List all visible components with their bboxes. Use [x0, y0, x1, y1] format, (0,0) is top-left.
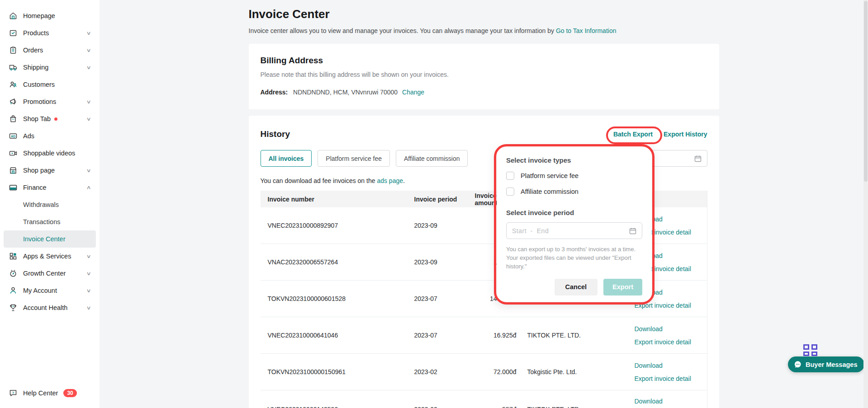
checkbox-label: Platform service fee: [521, 172, 579, 179]
chevron-down-icon: ∨: [86, 116, 91, 122]
invoice-period: 2023-02: [407, 368, 475, 375]
trophy-icon: [9, 304, 17, 312]
export-invoice-detail-link[interactable]: Export invoice detail: [635, 375, 707, 382]
sidebar-item-account-health[interactable]: Account Health ∨: [0, 299, 100, 316]
export-invoice-detail-link[interactable]: Export invoice detail: [635, 302, 707, 309]
page-subtitle: Invoice center allows you to view and ma…: [249, 27, 719, 34]
sidebar-item-label: Shop Tab: [23, 115, 51, 122]
orders-icon: [9, 46, 17, 54]
export-button[interactable]: Export: [603, 279, 642, 295]
calendar-icon[interactable]: [629, 227, 636, 234]
notification-dot: [54, 117, 57, 121]
batch-export-button[interactable]: Batch Export: [613, 131, 653, 138]
help-center-badge: 30: [63, 389, 76, 397]
video-icon: [9, 149, 17, 157]
sidebar-item-label: Ads: [23, 132, 34, 140]
sidebar-item-label: Invoice Center: [23, 235, 66, 243]
download-link[interactable]: Download: [635, 362, 707, 369]
sidebar-item-ads[interactable]: AD Ads: [0, 127, 100, 145]
sidebar-item-products[interactable]: Products ∨: [0, 24, 100, 42]
page-title: Invoice Center: [249, 7, 719, 21]
scrollbar-thumb[interactable]: [864, 1, 868, 182]
invoice-issuer: TIKTOK PTE. LTD.: [520, 332, 627, 339]
calendar-icon: [694, 155, 702, 162]
ads-icon: AD: [9, 132, 17, 140]
change-address-link[interactable]: Change: [402, 89, 424, 96]
history-title: History: [261, 129, 290, 139]
sidebar-item-label: Products: [23, 29, 49, 37]
buyer-messages-button[interactable]: Buyer Messages: [788, 356, 864, 372]
column-header-invoice-number: Invoice number: [261, 196, 407, 203]
sidebar-item-shoppable-videos[interactable]: Shoppable videos: [0, 145, 100, 162]
sidebar-item-withdrawals[interactable]: Withdrawals: [0, 196, 100, 213]
invoice-amount: 16.925đ: [475, 332, 520, 339]
grid-widget-icon: [803, 344, 819, 357]
chevron-down-icon: ∨: [86, 168, 91, 174]
table-row: VNEC202310000641046 2023-07 16.925đ TIKT…: [261, 317, 707, 354]
checkbox-row-affiliate-commission[interactable]: Affiliate commission: [506, 188, 642, 196]
filter-all-invoices[interactable]: All invoices: [261, 150, 312, 167]
chevron-down-icon: ∨: [86, 253, 91, 259]
svg-text:AD: AD: [11, 135, 15, 138]
invoice-period: 2023-09: [407, 258, 475, 266]
sidebar-item-transactions[interactable]: Transactions: [0, 213, 100, 230]
products-icon: [9, 29, 17, 37]
table-row: VNEC202310000143530 2023-02 557đ TIKTOK …: [261, 390, 707, 408]
sidebar-item-finance[interactable]: Finance ∨: [0, 179, 100, 196]
ads-page-link[interactable]: ads page: [377, 177, 403, 184]
column-header-invoice-period: Invoice period: [407, 196, 475, 203]
invoice-number: TOKVN2023100000601528: [261, 295, 407, 302]
sidebar-item-customers[interactable]: Customers: [0, 76, 100, 93]
platform-service-fee-checkbox[interactable]: [506, 172, 514, 180]
popup-note: You can export up to 3 months' invoices …: [506, 245, 636, 271]
sidebar-item-label: Account Health: [23, 304, 67, 311]
export-invoice-detail-link[interactable]: Export invoice detail: [635, 338, 707, 346]
sidebar-item-shipping[interactable]: Shipping ∨: [0, 59, 100, 76]
sidebar-item-promotions[interactable]: Promotions ∨: [0, 93, 100, 110]
filter-platform-service-fee[interactable]: Platform service fee: [318, 150, 390, 167]
sidebar-item-homepage[interactable]: Homepage: [0, 7, 100, 24]
sidebar-item-label: Transactions: [23, 218, 60, 225]
chevron-down-icon: ∨: [86, 65, 91, 70]
period-range-input[interactable]: [512, 227, 629, 234]
invoice-period: 2023-09: [407, 222, 475, 229]
sidebar-item-invoice-center[interactable]: Invoice Center: [4, 230, 96, 248]
address-label: Address:: [261, 89, 288, 96]
billing-address-card: Billing Address Please note that this bi…: [249, 44, 719, 109]
table-row: TOKVN2023100000150961 2023-02 72.000đ To…: [261, 354, 707, 390]
cancel-button[interactable]: Cancel: [555, 279, 598, 295]
chevron-down-icon: ∨: [86, 47, 91, 53]
help-center[interactable]: ? Help Center 30: [0, 385, 100, 402]
buyer-messages-label: Buyer Messages: [806, 361, 857, 368]
sidebar-item-orders[interactable]: Orders ∨: [0, 42, 100, 59]
sidebar-item-label: Promotions: [23, 98, 56, 105]
scrollbar-track[interactable]: [863, 0, 868, 408]
sidebar-item-growth-center[interactable]: Growth Center ∨: [0, 265, 100, 282]
help-center-label: Help Center: [23, 389, 58, 397]
customers-icon: [9, 80, 17, 89]
address-value: NDNDNDND, HCM, VNvnruwi 70000: [293, 89, 398, 96]
filter-affiliate-commission[interactable]: Affiliate commission: [396, 150, 468, 167]
sidebar-item-label: Finance: [23, 184, 47, 191]
invoice-number: VNEC202310000641046: [261, 332, 407, 339]
svg-text:?: ?: [12, 391, 14, 395]
download-link[interactable]: Download: [635, 325, 707, 333]
sidebar-item-apps-services[interactable]: Apps & Services ∨: [0, 248, 100, 265]
sidebar-item-shop-tab[interactable]: Shop Tab ∨: [0, 110, 100, 127]
chevron-down-icon: ∨: [86, 305, 91, 311]
export-history-button[interactable]: Export History: [664, 131, 707, 138]
affiliate-commission-checkbox[interactable]: [506, 188, 514, 196]
download-link[interactable]: Download: [635, 398, 707, 405]
sidebar-item-label: Withdrawals: [23, 201, 59, 208]
help-icon: ?: [9, 389, 17, 397]
sidebar-item-shop-page[interactable]: Shop page ∨: [0, 162, 100, 179]
tax-information-link[interactable]: Go to Tax Information: [556, 27, 617, 34]
invoice-issuer: TIKTOK PTE. LTD.: [520, 390, 627, 408]
chevron-down-icon: ∨: [86, 99, 91, 105]
invoice-period: 2023-02: [407, 390, 475, 408]
sidebar-item-my-account[interactable]: My Account ∨: [0, 282, 100, 299]
sidebar-item-label: Homepage: [23, 12, 55, 19]
checkbox-row-platform-service-fee[interactable]: Platform service fee: [506, 172, 642, 180]
promotions-icon: [9, 98, 17, 106]
invoice-number: TOKVN2023100000150961: [261, 368, 407, 375]
